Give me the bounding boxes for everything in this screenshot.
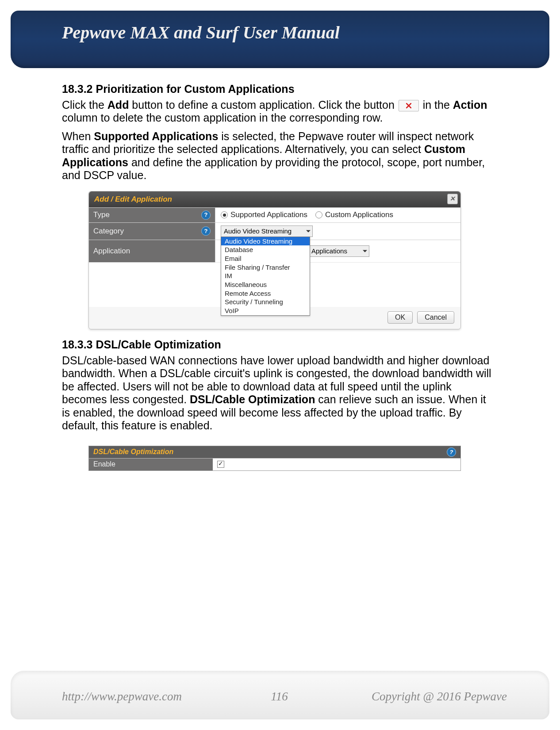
text: column to delete the custom application … — [62, 111, 383, 124]
cancel-button[interactable]: Cancel — [417, 311, 454, 324]
radio-icon — [315, 211, 322, 218]
chevron-down-icon — [306, 230, 311, 232]
modal-close-button[interactable]: ✕ — [447, 194, 458, 204]
dropdown-option[interactable]: File Sharing / Transfer — [221, 263, 310, 272]
select-value: Audio Video Streaming — [224, 227, 292, 235]
bold-supported: Supported Applications — [94, 130, 218, 142]
section-heading-2: 18.3.3 DSL/Cable Optimization — [62, 338, 495, 352]
paragraph-1: Click the Add button to define a custom … — [62, 99, 495, 125]
radio-label: Supported Applications — [230, 210, 307, 219]
radio-label: Custom Applications — [325, 210, 393, 219]
dropdown-option[interactable]: Database — [221, 245, 310, 254]
row-label: Type ? — [89, 208, 215, 222]
dropdown-option[interactable]: Miscellaneous — [221, 280, 310, 289]
ok-button[interactable]: OK — [387, 311, 413, 324]
enable-checkbox[interactable] — [217, 461, 224, 468]
footer: http://www.pepwave.com 116 Copyright @ 2… — [62, 690, 507, 703]
chevron-down-icon — [363, 250, 367, 252]
close-icon: ✕ — [450, 195, 455, 203]
dropdown-option[interactable]: VoIP — [221, 306, 310, 315]
text: in the — [420, 99, 453, 111]
bold-add: Add — [107, 99, 129, 111]
dropdown-option[interactable]: Audio Video Streaming — [221, 237, 310, 246]
page-number: 116 — [271, 690, 288, 703]
label-text: Application — [93, 247, 130, 256]
paragraph-3: DSL/cable-based WAN connections have low… — [62, 354, 495, 432]
radio-supported-applications[interactable]: Supported Applications — [221, 210, 307, 219]
dropdown-option[interactable]: Remote Access — [221, 289, 310, 298]
category-select[interactable]: Audio Video Streaming — [221, 225, 313, 237]
label-text: Category — [93, 227, 124, 236]
dsl-panel-header: DSL/Cable Optimization ? — [89, 446, 460, 458]
dropdown-option[interactable]: Email — [221, 254, 310, 263]
section-heading-1: 18.3.2 Prioritization for Custom Applica… — [62, 83, 495, 96]
help-icon[interactable]: ? — [447, 447, 456, 457]
footer-url: http://www.pepwave.com — [62, 690, 182, 703]
select-value: Applications — [311, 247, 347, 255]
dropdown-option[interactable]: Security / Tunneling — [221, 298, 310, 306]
radio-custom-applications[interactable]: Custom Applications — [315, 210, 393, 219]
dsl-enable-row: Enable — [89, 458, 460, 470]
row-body: Audio Video Streaming Audio Video Stream… — [215, 223, 460, 240]
row-body: Supported Applications Custom Applicatio… — [215, 208, 460, 222]
row-label: Application — [89, 240, 215, 262]
text: When — [62, 130, 94, 142]
bold-dsl: DSL/Cable Optimization — [190, 393, 315, 405]
row-category: Category ? Audio Video Streaming Audio V… — [89, 222, 460, 240]
application-select[interactable]: Applications — [308, 245, 369, 257]
delete-x-icon — [406, 103, 411, 108]
modal-title-text: Add / Edit Application — [94, 195, 172, 203]
content-area: 18.3.2 Prioritization for Custom Applica… — [62, 77, 495, 471]
paragraph-2: When Supported Applications is selected,… — [62, 130, 495, 182]
row-label: Category ? — [89, 223, 215, 240]
text: button to define a custom application. C… — [129, 99, 397, 111]
label-text: Type — [93, 210, 110, 219]
footer-copyright: Copyright @ 2016 Pepwave — [372, 690, 507, 703]
radio-icon — [221, 211, 228, 218]
category-dropdown: Audio Video Streaming Database Email Fil… — [221, 237, 310, 316]
page-title: Pepwave MAX and Surf User Manual — [62, 22, 340, 43]
text: Click the — [62, 99, 107, 111]
dsl-optimization-panel: DSL/Cable Optimization ? Enable — [88, 446, 461, 471]
bold-action: Action — [453, 99, 487, 111]
dsl-panel-title: DSL/Cable Optimization — [93, 448, 173, 456]
dsl-enable-label: Enable — [89, 459, 213, 470]
dsl-enable-value — [213, 459, 460, 470]
dropdown-option[interactable]: IM — [221, 271, 310, 280]
modal-title-bar: Add / Edit Application ✕ — [89, 191, 460, 207]
help-icon[interactable]: ? — [201, 226, 211, 236]
add-edit-application-modal: Add / Edit Application ✕ Type ? Supporte… — [88, 191, 461, 330]
row-type: Type ? Supported Applications Custom App… — [89, 207, 460, 222]
help-icon[interactable]: ? — [201, 210, 211, 220]
delete-row-button[interactable] — [399, 100, 419, 111]
